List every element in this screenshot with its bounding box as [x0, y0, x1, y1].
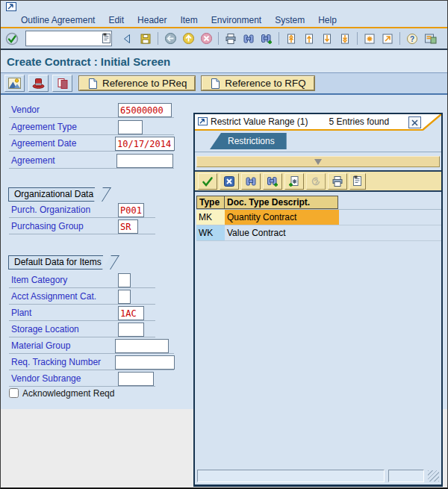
dialog-toolbar: ? [195, 170, 441, 192]
find-next-button[interactable] [258, 31, 275, 47]
column-header-description[interactable]: Doc. Type Descript. [224, 196, 338, 209]
menu-header[interactable]: Header [131, 15, 173, 25]
column-header-type[interactable]: Type [196, 196, 225, 209]
list-dropdown-button[interactable] [349, 173, 366, 190]
menu-edit[interactable]: Edit [102, 15, 131, 25]
close-button[interactable] [408, 116, 421, 128]
menu-item[interactable]: Item [173, 15, 204, 25]
reference-to-rfq-label: Reference to RFQ [225, 78, 305, 89]
acct-assignment-input[interactable] [118, 290, 131, 304]
dialog-title-bar[interactable]: Restrict Value Range (1) 5 Entries found [195, 114, 441, 129]
find-button[interactable] [240, 31, 257, 47]
acknowledgment-checkbox[interactable] [9, 388, 19, 398]
storage-location-input[interactable] [118, 323, 144, 337]
agreement-type-input[interactable] [118, 120, 143, 134]
purch-group-input[interactable] [118, 219, 138, 234]
vendor-subrange-input[interactable] [118, 372, 154, 386]
help-button[interactable]: ? [404, 31, 420, 47]
overview-button[interactable] [4, 75, 25, 92]
agreement-type-label: Agreement Type [11, 122, 77, 132]
find-button[interactable] [241, 173, 261, 190]
svg-text:?: ? [314, 178, 318, 186]
agreement-label: Agreement [11, 155, 55, 166]
table-row-wk[interactable]: WK Value Contract [196, 225, 441, 241]
req-tracking-input[interactable] [115, 355, 175, 370]
print-button[interactable] [223, 31, 239, 47]
resize-grip[interactable] [428, 470, 439, 482]
menu-environment[interactable]: Environment [205, 15, 268, 25]
hat-icon [32, 78, 45, 89]
agreement-input[interactable] [116, 154, 173, 168]
req-tracking-label: Req. Tracking Number [11, 357, 101, 367]
toolbar-separator [158, 32, 158, 45]
menu-outline-agreement[interactable]: Outline Agreement [14, 15, 102, 25]
cell-type[interactable]: MK [196, 210, 225, 225]
command-input[interactable] [26, 33, 102, 44]
cancel-circle-button[interactable] [198, 31, 214, 47]
vendor-input[interactable] [118, 103, 172, 117]
entries-found-text: 5 Entries found [329, 116, 390, 127]
menu-bar: Outline Agreement Edit Header Item Envir… [1, 13, 447, 27]
titlebar-corner [423, 114, 441, 131]
enter-button[interactable] [4, 31, 20, 47]
agreement-date-row: Agreement Date [1, 136, 192, 152]
dialog-status-bar [195, 468, 441, 485]
tab-restrictions[interactable]: Restrictions [210, 133, 287, 149]
back-circle-button[interactable] [162, 31, 178, 47]
vendor-subrange-row: Vendor Subrange [1, 371, 192, 387]
purch-group-row: Purchasing Group [1, 219, 192, 234]
plant-row: Plant [1, 305, 192, 321]
toolbar-separator [357, 32, 358, 45]
cell-description[interactable]: Quantity Contract [225, 210, 339, 225]
command-list-icon[interactable] [102, 33, 111, 44]
plant-input[interactable] [118, 306, 144, 320]
continue-button[interactable] [198, 173, 217, 190]
table-row-mk[interactable]: MK Quantity Contract [196, 210, 441, 225]
save-button[interactable] [137, 31, 154, 47]
storage-location-row: Storage Location [1, 322, 192, 337]
sap-window: Outline Agreement Edit Header Item Envir… [0, 0, 448, 489]
copy-button[interactable] [52, 75, 72, 92]
menu-help[interactable]: Help [311, 15, 343, 25]
new-selection-button[interactable] [284, 173, 304, 190]
reference-to-rfq-button[interactable]: Reference to RFQ [202, 76, 314, 90]
cell-description[interactable]: Value Contract [225, 225, 339, 240]
sap-transaction-icon [6, 2, 16, 12]
find-next-button[interactable] [263, 173, 282, 190]
cancel-button[interactable] [220, 173, 239, 190]
shortcut-button[interactable] [379, 31, 396, 47]
vendor-subrange-label: Vendor Subrange [11, 373, 81, 384]
first-page-button[interactable] [283, 31, 299, 47]
item-category-row: Item Category [1, 272, 192, 288]
print-button[interactable] [328, 173, 347, 190]
next-page-button[interactable] [319, 31, 335, 47]
prev-page-button[interactable] [301, 31, 317, 47]
back-triangle-button[interactable] [119, 31, 136, 47]
cell-type[interactable]: WK [196, 225, 225, 240]
purch-org-input[interactable] [118, 203, 144, 217]
acct-assignment-row: Acct Assignment Cat. [1, 289, 192, 305]
item-category-label: Item Category [11, 275, 67, 285]
exit-circle-button[interactable] [180, 31, 196, 47]
agreement-date-label: Agreement Date [11, 138, 76, 149]
window-top-strip [1, 1, 447, 13]
status-field [197, 470, 385, 482]
agreement-date-input[interactable] [115, 137, 175, 151]
vendor-label: Vendor [11, 105, 40, 115]
plant-label: Plant [11, 308, 31, 318]
item-category-input[interactable] [118, 273, 131, 287]
customize-button[interactable] [422, 31, 438, 47]
last-page-button[interactable] [337, 31, 353, 47]
dialog-empty-area [195, 241, 441, 468]
material-group-input[interactable] [115, 339, 169, 353]
new-session-button[interactable] [361, 31, 378, 47]
reference-to-preq-button[interactable]: Reference to PReq [79, 76, 195, 90]
document-icon [210, 78, 220, 90]
toolbar-separator [279, 32, 279, 45]
hat-button[interactable] [28, 75, 49, 92]
expand-strip[interactable] [196, 156, 440, 167]
copy-icon [57, 78, 69, 90]
menu-system[interactable]: System [268, 15, 311, 25]
toolbar-separator [218, 32, 219, 45]
toolbar-separator [399, 32, 400, 45]
